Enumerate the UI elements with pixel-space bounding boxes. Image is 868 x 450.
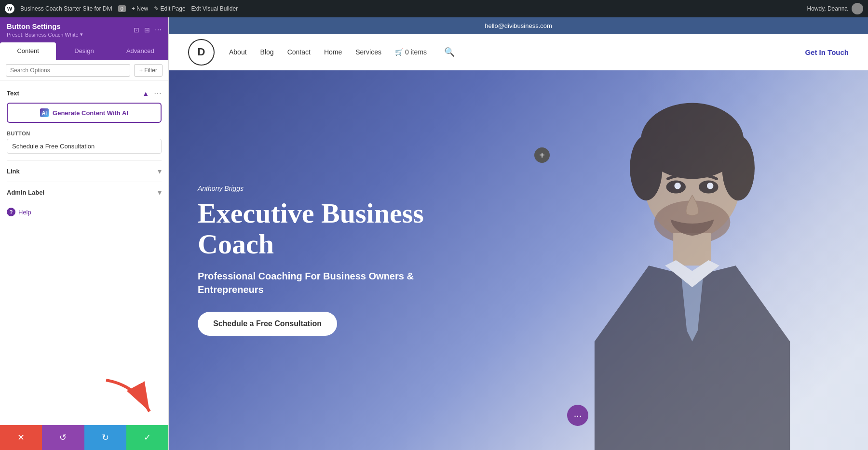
tab-content[interactable]: Content: [0, 42, 56, 60]
undo-button[interactable]: ↺: [42, 425, 84, 450]
nav-contact[interactable]: Contact: [287, 48, 311, 56]
panel-title: Button Settings: [7, 22, 83, 30]
panel-header-info: Button Settings Preset: Business Coach W…: [7, 22, 83, 38]
nav-cart[interactable]: 🛒 0 items: [395, 48, 427, 56]
text-section-header: Text ▲ ⋯: [7, 89, 162, 98]
columns-icon[interactable]: ⊞: [144, 26, 150, 34]
tab-bar: Content Design Advanced: [0, 42, 168, 60]
ai-icon: AI: [40, 108, 49, 117]
panel-header: Button Settings Preset: Business Coach W…: [0, 17, 168, 42]
site-nav: D About Blog Contact Home Services 🛒 0 i…: [169, 34, 868, 70]
preset-arrow-icon: ▾: [80, 31, 83, 38]
button-text-input[interactable]: [7, 139, 162, 154]
comment-count-badge[interactable]: 0: [118, 5, 126, 12]
nav-links: About Blog Contact Home Services 🛒 0 ite…: [229, 47, 805, 57]
tab-advanced[interactable]: Advanced: [112, 42, 168, 60]
email-link[interactable]: hello@divibusiness.com: [485, 22, 552, 29]
avatar: [852, 3, 863, 14]
svg-point-10: [706, 183, 713, 189]
redo-button[interactable]: ↻: [84, 425, 126, 450]
edit-page-button[interactable]: ✎ Edit Page: [154, 5, 185, 12]
hero-cta-button[interactable]: Schedule a Free Consultation: [198, 312, 337, 336]
admin-bar: W Business Coach Starter Site for Divi 0…: [0, 0, 868, 17]
panel-preset[interactable]: Preset: Business Coach White ▾: [7, 31, 83, 38]
admin-label-chevron-icon: ▾: [158, 188, 162, 197]
svg-rect-6: [673, 233, 711, 266]
svg-point-3: [630, 135, 663, 200]
admin-bar-left: W Business Coach Starter Site for Divi 0…: [5, 4, 801, 13]
bottom-toolbar: ✕ ↺ ↻ ✓: [0, 425, 168, 450]
button-field-label: Button: [7, 131, 162, 136]
cart-icon: 🛒: [395, 48, 403, 56]
site-logo: D: [188, 39, 215, 66]
admin-label-section: Admin Label ▾: [7, 182, 162, 203]
person-illustration: [484, 70, 868, 450]
site-preview: hello@divibusiness.com D About Blog Cont…: [169, 17, 868, 450]
nav-about[interactable]: About: [229, 48, 247, 56]
link-section-header[interactable]: Link ▾: [7, 167, 162, 176]
left-panel: Button Settings Preset: Business Coach W…: [0, 17, 169, 450]
link-section-title: Link: [7, 168, 20, 175]
hero-title: Executive Business Coach: [198, 198, 458, 260]
search-input[interactable]: [6, 64, 130, 77]
more-options-icon[interactable]: ⋯: [155, 26, 162, 34]
add-element-button[interactable]: +: [534, 147, 550, 163]
panel-header-icons: ⊡ ⊞ ⋯: [134, 26, 162, 34]
filter-button[interactable]: + Filter: [134, 64, 163, 77]
search-bar: + Filter: [0, 60, 168, 81]
admin-label-header[interactable]: Admin Label ▾: [7, 188, 162, 197]
help-icon: ?: [7, 208, 15, 216]
svg-point-4: [722, 135, 755, 200]
exit-visual-builder-button[interactable]: Exit Visual Builder: [191, 5, 238, 12]
hero-content: Anthony Briggs Executive Business Coach …: [169, 185, 458, 336]
new-button[interactable]: + New: [132, 5, 148, 12]
howdy-label: Howdy, Deanna: [807, 5, 848, 12]
nav-blog[interactable]: Blog: [260, 48, 274, 56]
text-section-dots[interactable]: ⋯: [154, 89, 162, 98]
svg-point-9: [674, 183, 681, 189]
link-section: Link ▾: [7, 160, 162, 182]
search-icon[interactable]: 🔍: [444, 47, 455, 57]
site-email-bar: hello@divibusiness.com: [169, 17, 868, 34]
panel-content: Text ▲ ⋯ AI Generate Content With AI But…: [0, 81, 168, 425]
more-options-button[interactable]: ···: [567, 405, 588, 426]
monitor-icon[interactable]: ⊡: [134, 26, 139, 34]
text-section-toggle[interactable]: ▲: [142, 90, 149, 97]
text-section-title: Text: [7, 90, 19, 97]
help-button[interactable]: ? Help: [7, 203, 162, 221]
cart-items-count: 0 items: [405, 48, 427, 56]
save-button[interactable]: ✓: [126, 425, 168, 450]
hero-section: Anthony Briggs Executive Business Coach …: [169, 70, 868, 450]
hero-subtitle: Professional Coaching For Business Owner…: [198, 269, 458, 296]
tab-design[interactable]: Design: [56, 42, 112, 60]
nav-home[interactable]: Home: [324, 48, 342, 56]
generate-ai-button[interactable]: AI Generate Content With AI: [7, 103, 162, 123]
hero-author: Anthony Briggs: [198, 185, 458, 192]
cancel-button[interactable]: ✕: [0, 425, 42, 450]
admin-label-title: Admin Label: [7, 189, 44, 196]
button-text-group: Button: [7, 131, 162, 154]
site-title-link[interactable]: Business Coach Starter Site for Divi: [20, 5, 112, 12]
nav-services[interactable]: Services: [355, 48, 381, 56]
hero-background-image: [484, 70, 868, 450]
main-layout: Button Settings Preset: Business Coach W…: [0, 17, 868, 450]
link-chevron-icon: ▾: [158, 167, 162, 176]
wordpress-logo-icon[interactable]: W: [5, 4, 14, 13]
admin-bar-right: Howdy, Deanna: [807, 3, 864, 14]
nav-cta-button[interactable]: Get In Touch: [805, 48, 849, 56]
